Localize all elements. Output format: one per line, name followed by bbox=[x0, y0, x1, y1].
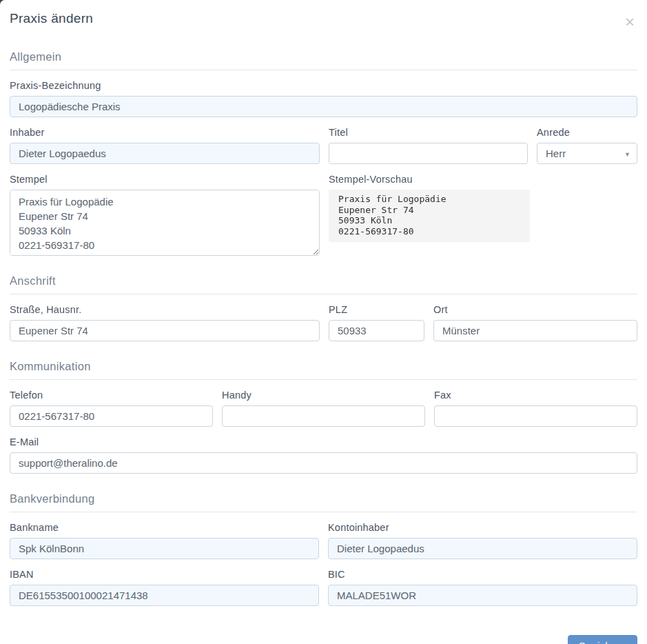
field-stempel-vorschau: Stempel-Vorschau Praxis für Logopädie Eu… bbox=[329, 174, 637, 256]
email-label: E-Mail bbox=[10, 436, 637, 447]
bankname-input[interactable] bbox=[10, 538, 319, 559]
praxis-aendern-dialog: Praxis ändern × Allgemein Praxis-Bezeich… bbox=[0, 0, 647, 644]
row-inhaber-titel-anrede: Inhaber Titel Anrede Herr ▼ bbox=[10, 127, 637, 164]
stempel-label: Stempel bbox=[10, 174, 320, 185]
kontoinhaber-input[interactable] bbox=[328, 538, 637, 559]
field-plz: PLZ bbox=[329, 304, 424, 341]
inhaber-label: Inhaber bbox=[10, 127, 320, 138]
close-button[interactable]: × bbox=[622, 12, 637, 32]
row-bank-2: IBAN BIC bbox=[10, 569, 637, 606]
row-kommunikation: Telefon Handy Fax bbox=[10, 390, 637, 427]
field-handy: Handy bbox=[222, 390, 425, 427]
section-heading-bankverbindung: Bankverbindung bbox=[10, 492, 637, 512]
handy-input[interactable] bbox=[222, 405, 425, 427]
anrede-label: Anrede bbox=[537, 127, 637, 138]
row-bank-1: Bankname Kontoinhaber bbox=[10, 522, 637, 559]
row-stempel: Stempel Praxis für Logopädie Eupener Str… bbox=[10, 174, 637, 256]
field-fax: Fax bbox=[434, 390, 637, 427]
email-input[interactable] bbox=[10, 452, 637, 474]
telefon-input[interactable] bbox=[10, 405, 213, 427]
dialog-header: Praxis ändern × bbox=[10, 0, 637, 32]
handy-label: Handy bbox=[222, 390, 425, 401]
titel-input[interactable] bbox=[329, 143, 528, 164]
iban-input[interactable] bbox=[10, 585, 319, 606]
ort-label: Ort bbox=[433, 304, 637, 315]
praxis-bezeichnung-input[interactable] bbox=[10, 96, 637, 117]
stempel-textarea[interactable]: Praxis für Logopädie Eupener Str 74 5093… bbox=[10, 190, 320, 256]
row-anschrift: Straße, Hausnr. PLZ Ort bbox=[10, 304, 637, 341]
bankname-label: Bankname bbox=[10, 522, 319, 533]
bic-label: BIC bbox=[328, 569, 637, 580]
field-iban: IBAN bbox=[10, 569, 319, 606]
strasse-label: Straße, Hausnr. bbox=[10, 304, 320, 315]
field-stempel: Stempel Praxis für Logopädie Eupener Str… bbox=[10, 174, 320, 256]
fax-label: Fax bbox=[434, 390, 637, 401]
fax-input[interactable] bbox=[434, 405, 637, 427]
strasse-input[interactable] bbox=[10, 320, 320, 341]
stempel-vorschau-preview: Praxis für Logopädie Eupener Str 74 5093… bbox=[329, 190, 530, 242]
praxis-bezeichnung-label: Praxis-Bezeichnung bbox=[10, 80, 637, 91]
field-bic: BIC bbox=[328, 569, 637, 606]
field-ort: Ort bbox=[433, 304, 637, 341]
field-inhaber: Inhaber bbox=[10, 127, 320, 164]
ort-input[interactable] bbox=[433, 320, 637, 341]
save-button[interactable]: Speichern bbox=[568, 635, 637, 644]
bic-input[interactable] bbox=[328, 585, 637, 606]
field-strasse: Straße, Hausnr. bbox=[10, 304, 320, 341]
iban-label: IBAN bbox=[10, 569, 319, 580]
kontoinhaber-label: Kontoinhaber bbox=[328, 522, 637, 533]
close-icon: × bbox=[625, 12, 635, 31]
section-heading-anschrift: Anschrift bbox=[10, 274, 637, 294]
dialog-footer: Speichern bbox=[10, 635, 637, 644]
field-praxis-bezeichnung: Praxis-Bezeichnung bbox=[10, 80, 637, 117]
section-heading-allgemein: Allgemein bbox=[10, 50, 637, 70]
field-titel: Titel bbox=[329, 127, 528, 164]
field-kontoinhaber: Kontoinhaber bbox=[328, 522, 637, 559]
field-bankname: Bankname bbox=[10, 522, 319, 559]
anrede-select[interactable]: Herr bbox=[537, 143, 637, 164]
inhaber-input[interactable] bbox=[10, 143, 320, 164]
section-heading-kommunikation: Kommunikation bbox=[10, 360, 637, 380]
telefon-label: Telefon bbox=[10, 390, 213, 401]
field-email: E-Mail bbox=[10, 436, 637, 474]
field-anrede: Anrede Herr ▼ bbox=[537, 127, 637, 164]
field-telefon: Telefon bbox=[10, 390, 213, 427]
dialog-title: Praxis ändern bbox=[10, 11, 93, 26]
plz-label: PLZ bbox=[329, 304, 424, 315]
titel-label: Titel bbox=[329, 127, 528, 138]
stempel-vorschau-label: Stempel-Vorschau bbox=[329, 174, 637, 185]
plz-input[interactable] bbox=[329, 320, 424, 341]
